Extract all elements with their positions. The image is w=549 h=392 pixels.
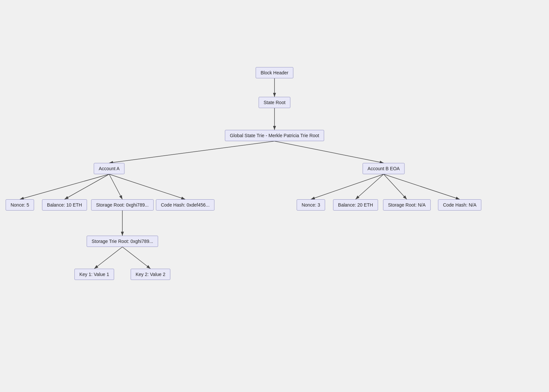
node-storage_trie_root: Storage Trie Root: 0xghi789...	[87, 236, 158, 247]
connectors-svg	[0, 0, 549, 392]
svg-line-15	[122, 247, 150, 269]
svg-line-14	[94, 247, 122, 269]
node-state_root: State Root	[259, 97, 290, 108]
svg-line-10	[356, 174, 384, 199]
svg-line-6	[64, 174, 109, 199]
svg-line-4	[274, 141, 384, 163]
svg-line-9	[311, 174, 384, 199]
node-account_b: Account B EOA	[362, 163, 404, 174]
node-nonce_b: Nonce: 3	[297, 199, 325, 211]
node-account_a: Account A	[94, 163, 124, 174]
diagram-container: Block HeaderState RootGlobal State Trie …	[0, 0, 549, 392]
node-balance_b: Balance: 20 ETH	[333, 199, 378, 211]
node-key1: Key 1: Value 1	[74, 269, 114, 280]
node-balance_a: Balance: 10 ETH	[42, 199, 87, 211]
node-global_trie: Global State Trie - Merkle Patricia Trie…	[225, 130, 324, 141]
svg-line-3	[109, 141, 274, 163]
svg-line-7	[109, 174, 122, 199]
node-key2: Key 2: Value 2	[131, 269, 170, 280]
node-storage_root_a: Storage Root: 0xghi789...	[91, 199, 154, 211]
node-storage_root_b: Storage Root: N/A	[383, 199, 431, 211]
svg-line-11	[384, 174, 407, 199]
svg-line-8	[109, 174, 185, 199]
node-nonce_a: Nonce: 5	[6, 199, 34, 211]
node-code_hash_a: Code Hash: 0xdef456...	[156, 199, 214, 211]
svg-line-12	[384, 174, 460, 199]
node-block_header: Block Header	[256, 67, 293, 78]
svg-line-5	[20, 174, 109, 199]
node-code_hash_b: Code Hash: N/A	[438, 199, 481, 211]
